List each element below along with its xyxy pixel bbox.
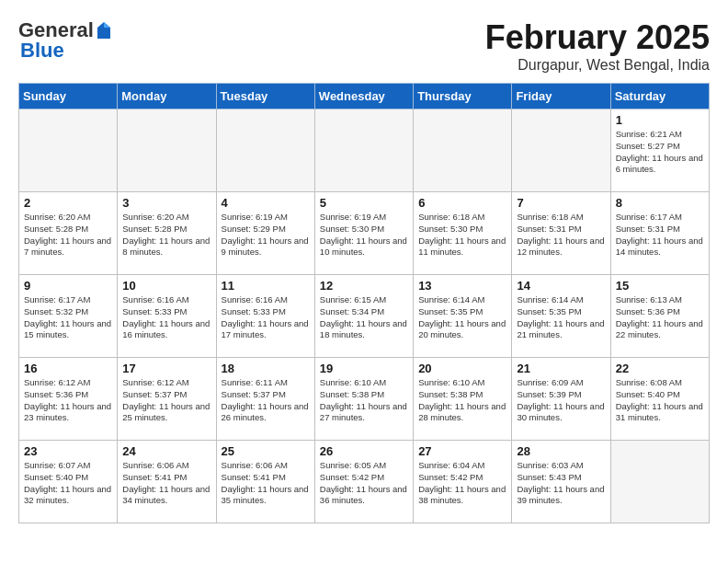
day-number: 16 xyxy=(24,362,112,375)
day-number: 7 xyxy=(517,196,605,210)
calendar-header-row: SundayMondayTuesdayWednesdayThursdayFrid… xyxy=(19,84,710,109)
col-header-sunday: Sunday xyxy=(19,84,118,109)
day-number: 5 xyxy=(320,196,408,210)
calendar-cell xyxy=(216,109,314,192)
cell-content: Sunrise: 6:14 AM Sunset: 5:35 PM Dayligh… xyxy=(418,294,506,341)
cell-content: Sunrise: 6:21 AM Sunset: 5:27 PM Dayligh… xyxy=(616,129,704,176)
cell-content: Sunrise: 6:12 AM Sunset: 5:37 PM Dayligh… xyxy=(122,377,210,424)
cell-content: Sunrise: 6:15 AM Sunset: 5:34 PM Dayligh… xyxy=(320,294,408,341)
calendar-cell: 12Sunrise: 6:15 AM Sunset: 5:34 PM Dayli… xyxy=(314,275,413,358)
calendar-cell: 22Sunrise: 6:08 AM Sunset: 5:40 PM Dayli… xyxy=(610,358,709,441)
calendar-cell xyxy=(610,441,709,523)
week-row-3: 16Sunrise: 6:12 AM Sunset: 5:36 PM Dayli… xyxy=(19,358,710,441)
day-number: 21 xyxy=(517,362,605,375)
calendar-cell xyxy=(19,109,118,192)
cell-content: Sunrise: 6:10 AM Sunset: 5:38 PM Dayligh… xyxy=(418,377,506,424)
col-header-saturday: Saturday xyxy=(610,84,709,109)
day-number: 17 xyxy=(122,362,210,375)
cell-content: Sunrise: 6:19 AM Sunset: 5:30 PM Dayligh… xyxy=(320,212,408,259)
day-number: 28 xyxy=(517,444,605,458)
calendar-cell: 6Sunrise: 6:18 AM Sunset: 5:30 PM Daylig… xyxy=(414,192,512,275)
calendar-cell: 3Sunrise: 6:20 AM Sunset: 5:28 PM Daylig… xyxy=(118,192,216,275)
cell-content: Sunrise: 6:19 AM Sunset: 5:29 PM Dayligh… xyxy=(222,212,310,259)
calendar-cell: 5Sunrise: 6:19 AM Sunset: 5:30 PM Daylig… xyxy=(314,192,413,275)
calendar-cell: 28Sunrise: 6:03 AM Sunset: 5:43 PM Dayli… xyxy=(512,441,610,523)
calendar-cell xyxy=(314,109,413,192)
calendar-cell: 16Sunrise: 6:12 AM Sunset: 5:36 PM Dayli… xyxy=(19,358,118,441)
calendar-cell: 17Sunrise: 6:12 AM Sunset: 5:37 PM Dayli… xyxy=(118,358,216,441)
logo: General Blue xyxy=(18,18,112,63)
cell-content: Sunrise: 6:18 AM Sunset: 5:30 PM Dayligh… xyxy=(418,212,506,259)
day-number: 18 xyxy=(222,362,310,375)
calendar-cell: 26Sunrise: 6:05 AM Sunset: 5:42 PM Dayli… xyxy=(314,441,413,523)
day-number: 25 xyxy=(222,444,310,458)
day-number: 24 xyxy=(122,444,210,458)
day-number: 11 xyxy=(222,279,310,293)
svg-marker-1 xyxy=(104,22,110,28)
title-area: February 2025 Durgapur, West Bengal, Ind… xyxy=(485,18,710,74)
calendar-cell: 23Sunrise: 6:07 AM Sunset: 5:40 PM Dayli… xyxy=(19,441,118,523)
day-number: 3 xyxy=(122,196,210,210)
col-header-friday: Friday xyxy=(512,84,610,109)
cell-content: Sunrise: 6:12 AM Sunset: 5:36 PM Dayligh… xyxy=(24,377,112,424)
day-number: 10 xyxy=(122,279,210,293)
calendar-cell xyxy=(414,109,512,192)
cell-content: Sunrise: 6:06 AM Sunset: 5:41 PM Dayligh… xyxy=(222,460,310,507)
day-number: 19 xyxy=(320,362,408,375)
calendar-cell: 7Sunrise: 6:18 AM Sunset: 5:31 PM Daylig… xyxy=(512,192,610,275)
cell-content: Sunrise: 6:17 AM Sunset: 5:31 PM Dayligh… xyxy=(616,212,704,259)
day-number: 27 xyxy=(418,444,506,458)
day-number: 13 xyxy=(418,279,506,293)
calendar-cell: 24Sunrise: 6:06 AM Sunset: 5:41 PM Dayli… xyxy=(118,441,216,523)
calendar-cell: 15Sunrise: 6:13 AM Sunset: 5:36 PM Dayli… xyxy=(610,275,709,358)
calendar-cell: 8Sunrise: 6:17 AM Sunset: 5:31 PM Daylig… xyxy=(610,192,709,275)
calendar-cell: 1Sunrise: 6:21 AM Sunset: 5:27 PM Daylig… xyxy=(610,109,709,192)
day-number: 12 xyxy=(320,279,408,293)
cell-content: Sunrise: 6:18 AM Sunset: 5:31 PM Dayligh… xyxy=(517,212,605,259)
cell-content: Sunrise: 6:14 AM Sunset: 5:35 PM Dayligh… xyxy=(517,294,605,341)
day-number: 6 xyxy=(418,196,506,210)
calendar-cell xyxy=(512,109,610,192)
calendar-cell: 2Sunrise: 6:20 AM Sunset: 5:28 PM Daylig… xyxy=(19,192,118,275)
col-header-wednesday: Wednesday xyxy=(314,84,413,109)
col-header-thursday: Thursday xyxy=(414,84,512,109)
page-header: General Blue February 2025 Durgapur, Wes… xyxy=(18,18,710,74)
calendar-table: SundayMondayTuesdayWednesdayThursdayFrid… xyxy=(18,83,710,523)
calendar-cell: 4Sunrise: 6:19 AM Sunset: 5:29 PM Daylig… xyxy=(216,192,314,275)
day-number: 23 xyxy=(24,444,112,458)
cell-content: Sunrise: 6:08 AM Sunset: 5:40 PM Dayligh… xyxy=(616,377,704,424)
calendar-cell: 25Sunrise: 6:06 AM Sunset: 5:41 PM Dayli… xyxy=(216,441,314,523)
calendar-cell xyxy=(118,109,216,192)
cell-content: Sunrise: 6:04 AM Sunset: 5:42 PM Dayligh… xyxy=(418,460,506,507)
logo-icon xyxy=(96,20,112,40)
week-row-1: 2Sunrise: 6:20 AM Sunset: 5:28 PM Daylig… xyxy=(19,192,710,275)
cell-content: Sunrise: 6:10 AM Sunset: 5:38 PM Dayligh… xyxy=(320,377,408,424)
day-number: 26 xyxy=(320,444,408,458)
day-number: 15 xyxy=(616,279,704,293)
cell-content: Sunrise: 6:17 AM Sunset: 5:32 PM Dayligh… xyxy=(24,294,112,341)
calendar-cell: 9Sunrise: 6:17 AM Sunset: 5:32 PM Daylig… xyxy=(19,275,118,358)
day-number: 2 xyxy=(24,196,112,210)
logo-blue-text: Blue xyxy=(20,39,64,63)
calendar-cell: 20Sunrise: 6:10 AM Sunset: 5:38 PM Dayli… xyxy=(414,358,512,441)
cell-content: Sunrise: 6:16 AM Sunset: 5:33 PM Dayligh… xyxy=(222,294,310,341)
cell-content: Sunrise: 6:20 AM Sunset: 5:28 PM Dayligh… xyxy=(24,212,112,259)
calendar-cell: 19Sunrise: 6:10 AM Sunset: 5:38 PM Dayli… xyxy=(314,358,413,441)
week-row-0: 1Sunrise: 6:21 AM Sunset: 5:27 PM Daylig… xyxy=(19,109,710,192)
cell-content: Sunrise: 6:06 AM Sunset: 5:41 PM Dayligh… xyxy=(122,460,210,507)
cell-content: Sunrise: 6:11 AM Sunset: 5:37 PM Dayligh… xyxy=(222,377,310,424)
cell-content: Sunrise: 6:13 AM Sunset: 5:36 PM Dayligh… xyxy=(616,294,704,341)
week-row-4: 23Sunrise: 6:07 AM Sunset: 5:40 PM Dayli… xyxy=(19,441,710,523)
calendar-cell: 11Sunrise: 6:16 AM Sunset: 5:33 PM Dayli… xyxy=(216,275,314,358)
location-title: Durgapur, West Bengal, India xyxy=(485,57,710,74)
col-header-monday: Monday xyxy=(118,84,216,109)
day-number: 22 xyxy=(616,362,704,375)
calendar-cell: 27Sunrise: 6:04 AM Sunset: 5:42 PM Dayli… xyxy=(414,441,512,523)
calendar-cell: 13Sunrise: 6:14 AM Sunset: 5:35 PM Dayli… xyxy=(414,275,512,358)
day-number: 4 xyxy=(222,196,310,210)
day-number: 8 xyxy=(616,196,704,210)
day-number: 20 xyxy=(418,362,506,375)
calendar-cell: 10Sunrise: 6:16 AM Sunset: 5:33 PM Dayli… xyxy=(118,275,216,358)
month-title: February 2025 xyxy=(485,18,710,57)
calendar-cell: 14Sunrise: 6:14 AM Sunset: 5:35 PM Dayli… xyxy=(512,275,610,358)
